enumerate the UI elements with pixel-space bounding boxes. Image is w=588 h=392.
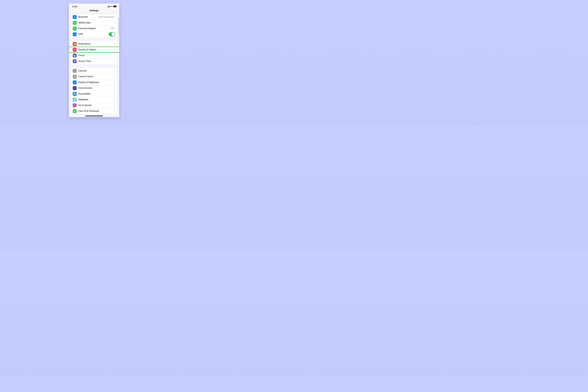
svg-text:VPN: VPN xyxy=(74,34,76,35)
page-title: Settings xyxy=(69,9,119,14)
svg-rect-13 xyxy=(75,88,76,89)
settings-row-wallpaper[interactable]: Wallpaper xyxy=(71,97,117,102)
settings-row-personal-hotspot[interactable]: Personal HotspotOff xyxy=(71,26,117,31)
antenna-icon xyxy=(73,21,76,25)
gear-icon xyxy=(73,69,76,73)
settings-row-notifications[interactable]: Notifications xyxy=(71,41,117,47)
svg-point-0 xyxy=(74,22,75,23)
row-label: Sounds & Haptics xyxy=(78,48,114,51)
settings-row-accessibility[interactable]: Accessibility xyxy=(71,91,117,97)
settings-scroll[interactable]: BluetoothNot ConnectedMobile DataPersona… xyxy=(69,14,119,117)
svg-point-7 xyxy=(74,76,74,76)
svg-point-19 xyxy=(75,100,76,100)
row-label: Screen Time xyxy=(78,60,114,62)
row-label: Control Centre xyxy=(78,75,114,78)
settings-row-home-screen[interactable]: Home Screen xyxy=(71,85,117,91)
row-label: Focus xyxy=(78,54,114,57)
row-label: Display & Brightness xyxy=(78,81,114,84)
chevron-right-icon xyxy=(114,16,116,18)
moon-icon xyxy=(73,54,76,57)
row-label: Home Screen xyxy=(78,87,114,90)
svg-point-16 xyxy=(74,99,75,100)
row-label: Notifications xyxy=(78,42,114,45)
chevron-right-icon xyxy=(114,49,116,50)
svg-point-17 xyxy=(74,98,75,99)
chevron-right-icon xyxy=(114,93,116,95)
chevron-right-icon xyxy=(114,99,116,100)
chevron-right-icon xyxy=(114,28,116,30)
settings-group-general: GeneralControl CentreAADisplay & Brightn… xyxy=(71,68,117,114)
settings-row-focus[interactable]: Focus xyxy=(71,52,117,58)
aa-icon: AA xyxy=(73,80,76,84)
status-bar: 11:21 ! 4G xyxy=(69,4,119,9)
row-label: Siri & Search xyxy=(78,104,114,106)
chevron-right-icon xyxy=(114,70,116,72)
home-indicator[interactable] xyxy=(85,116,103,116)
svg-rect-10 xyxy=(74,87,74,88)
accessibility-icon xyxy=(73,92,76,96)
settings-row-general[interactable]: General xyxy=(71,68,117,74)
svg-point-3 xyxy=(75,43,76,44)
settings-row-display-brightness[interactable]: AADisplay & Brightness xyxy=(71,80,117,85)
settings-row-face-id-passcode[interactable]: Face ID & Passcode xyxy=(71,108,117,114)
chevron-right-icon xyxy=(114,54,116,56)
settings-row-vpn[interactable]: VPNVPN xyxy=(71,31,117,37)
svg-rect-11 xyxy=(75,87,76,88)
grid-icon xyxy=(73,86,76,90)
row-label: General xyxy=(78,70,114,72)
svg-point-8 xyxy=(75,77,75,77)
bell-icon xyxy=(73,42,76,46)
settings-group-connectivity: BluetoothNot ConnectedMobile DataPersona… xyxy=(71,14,117,37)
svg-point-15 xyxy=(74,93,75,94)
settings-row-bluetooth[interactable]: BluetoothNot Connected xyxy=(71,14,117,20)
speaker-icon xyxy=(73,48,76,52)
vpn-icon: VPN xyxy=(73,32,76,36)
row-value: Not Connected xyxy=(99,16,114,18)
chevron-right-icon xyxy=(114,76,116,78)
svg-text:AA: AA xyxy=(74,82,76,83)
bluetooth-icon xyxy=(73,15,76,19)
settings-row-mobile-data[interactable]: Mobile Data xyxy=(71,20,117,26)
svg-point-21 xyxy=(74,100,74,100)
row-label: Wallpaper xyxy=(78,98,114,101)
svg-point-18 xyxy=(75,99,76,100)
status-time: 11:21 xyxy=(72,5,77,8)
row-label: Bluetooth xyxy=(78,16,99,18)
flower-icon xyxy=(73,98,76,102)
scrollbar[interactable] xyxy=(119,18,119,33)
link-icon xyxy=(73,27,76,30)
hourglass-icon xyxy=(73,59,76,63)
settings-row-sounds-haptics[interactable]: Sounds & Haptics xyxy=(71,47,117,52)
svg-rect-12 xyxy=(74,88,74,89)
battery-icon xyxy=(113,6,117,7)
signal-icon: ! xyxy=(108,6,110,7)
network-label: 4G xyxy=(110,6,113,8)
svg-rect-24 xyxy=(74,110,76,112)
settings-row-screen-time[interactable]: Screen Time xyxy=(71,58,117,64)
chevron-right-icon xyxy=(114,87,116,89)
settings-row-control-centre[interactable]: Control Centre xyxy=(71,74,117,80)
chevron-right-icon xyxy=(114,110,116,112)
row-label: Face ID & Passcode xyxy=(78,110,114,112)
toggle-vpn[interactable] xyxy=(109,32,116,36)
row-label: VPN xyxy=(78,33,109,36)
row-label: Mobile Data xyxy=(78,22,114,24)
row-label: Personal Hotspot xyxy=(78,27,111,30)
chevron-right-icon xyxy=(114,43,116,45)
phone-frame: 11:21 ! 4G Settings BluetoothNot Connect… xyxy=(69,4,119,117)
sliders-icon xyxy=(73,75,76,78)
chevron-right-icon xyxy=(114,22,116,24)
row-value: Off xyxy=(111,27,114,30)
chevron-right-icon xyxy=(114,104,116,106)
svg-point-4 xyxy=(74,70,75,71)
chevron-right-icon xyxy=(114,82,116,83)
siri-icon xyxy=(73,104,76,107)
svg-point-20 xyxy=(74,100,75,101)
row-label: Accessibility xyxy=(78,92,114,95)
settings-row-siri-search[interactable]: Siri & Search xyxy=(71,102,117,108)
settings-group-attention: NotificationsSounds & HapticsFocusScreen… xyxy=(71,41,117,64)
face-icon xyxy=(73,109,76,113)
svg-point-22 xyxy=(74,99,74,100)
chevron-right-icon xyxy=(114,60,116,62)
svg-point-25 xyxy=(74,111,74,111)
